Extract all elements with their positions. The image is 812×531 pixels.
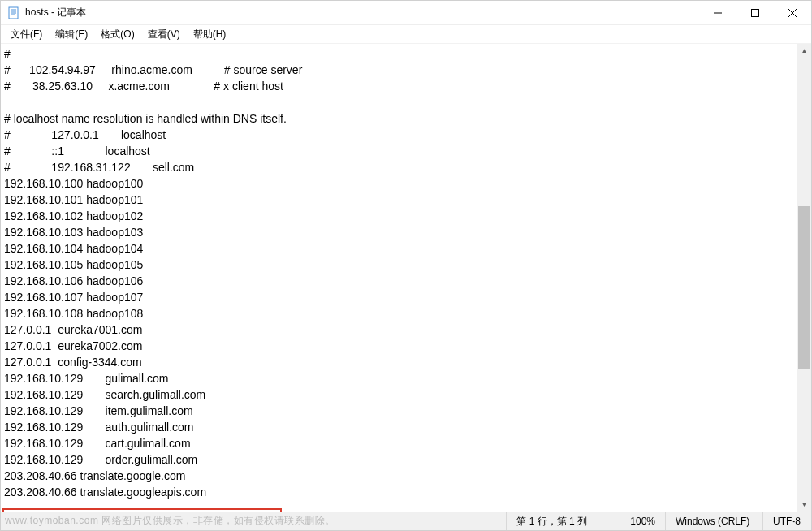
menu-view[interactable]: 查看(V) [141,26,187,43]
notepad-window: hosts - 记事本 文件(F) 编辑(E) 格式(O) 查看(V) 帮助(H… [0,0,812,531]
scroll-thumb[interactable] [798,206,810,369]
menu-file[interactable]: 文件(F) [4,26,49,43]
status-encoding: UTF-8 [762,512,811,530]
notepad-app-icon [7,6,20,19]
scroll-down-icon[interactable]: ▼ [797,498,811,512]
maximize-button[interactable] [736,1,774,25]
menu-edit[interactable]: 编辑(E) [49,26,94,43]
window-title: hosts - 记事本 [25,6,86,19]
editor-area: # # 102.54.94.97 rhino.acme.com # source… [1,43,811,512]
minimize-button[interactable] [699,1,736,25]
status-cursor-position: 第 1 行，第 1 列 [506,512,620,530]
vertical-scrollbar[interactable]: ▲ ▼ [797,44,811,512]
statusbar: 第 1 行，第 1 列 100% Windows (CRLF) UTF-8 [1,512,811,530]
titlebar: hosts - 记事本 [1,1,811,25]
status-zoom: 100% [620,512,665,530]
menu-format[interactable]: 格式(O) [94,26,140,43]
menubar: 文件(F) 编辑(E) 格式(O) 查看(V) 帮助(H) [1,25,811,43]
scroll-up-icon[interactable]: ▲ [797,44,811,58]
svg-rect-6 [752,9,759,16]
close-button[interactable] [774,1,811,25]
text-editor[interactable]: # # 102.54.94.97 rhino.acme.com # source… [1,44,797,512]
status-line-ending: Windows (CRLF) [665,512,762,530]
menu-help[interactable]: 帮助(H) [187,26,233,43]
